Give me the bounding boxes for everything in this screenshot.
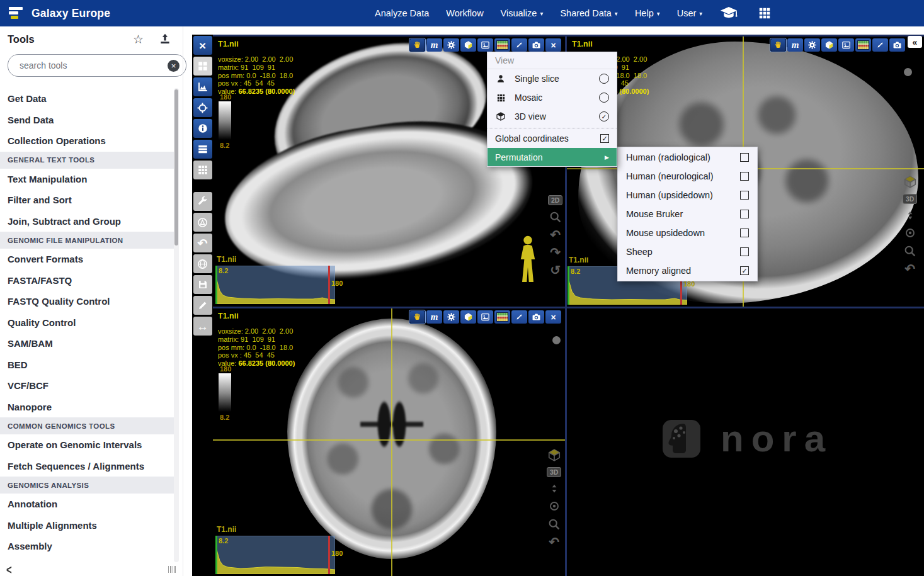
screenshot-button[interactable] bbox=[528, 38, 544, 52]
fullscreen-button[interactable] bbox=[511, 38, 527, 52]
radio-unchecked[interactable] bbox=[599, 93, 609, 103]
radio-checked[interactable]: ✓ bbox=[599, 111, 609, 121]
sidebar-item-fastq-quality-control[interactable]: FASTQ Quality Control bbox=[0, 291, 174, 312]
checkbox-unchecked[interactable] bbox=[740, 191, 749, 200]
sidebar-item-send-data[interactable]: Send Data bbox=[0, 110, 174, 131]
clear-search-icon[interactable]: × bbox=[168, 60, 180, 72]
menu-item-3d-view[interactable]: 3D view ✓ bbox=[488, 107, 617, 126]
zoom-icon[interactable] bbox=[547, 517, 561, 531]
training-cap-icon[interactable] bbox=[719, 6, 738, 20]
menu-item-global-coordinates[interactable]: Global coordinates ✓ bbox=[488, 129, 617, 148]
panel-empty[interactable]: nora bbox=[567, 308, 924, 576]
checkbox-unchecked[interactable] bbox=[740, 153, 749, 162]
collapse-panel-right-button[interactable]: « bbox=[908, 36, 922, 48]
submenu-item-sheep[interactable]: Sheep bbox=[618, 242, 757, 261]
sidebar-item-get-data[interactable]: Get Data bbox=[0, 88, 174, 110]
cube-icon[interactable] bbox=[903, 175, 917, 189]
globe-button[interactable] bbox=[193, 254, 212, 273]
screenshot-button[interactable] bbox=[889, 38, 905, 52]
favorites-star-icon[interactable]: ☆ bbox=[133, 33, 144, 45]
slice-indicator-dot[interactable] bbox=[552, 336, 561, 344]
render-3d-button[interactable] bbox=[821, 38, 837, 52]
redo-icon[interactable]: ↷ bbox=[550, 246, 561, 259]
close-panel-button[interactable]: × bbox=[545, 38, 561, 52]
sidebar-item-sam-bam[interactable]: SAM/BAM bbox=[0, 333, 174, 354]
pan-tool-button[interactable] bbox=[409, 310, 425, 324]
mosaic-grid-button[interactable] bbox=[193, 161, 212, 179]
colormap-button[interactable] bbox=[855, 38, 871, 52]
marker-tool-button[interactable] bbox=[193, 213, 212, 232]
pan-tool-button[interactable] bbox=[770, 38, 786, 52]
undo-icon[interactable]: ↶ bbox=[549, 536, 559, 548]
center-target-icon[interactable] bbox=[904, 227, 916, 239]
colorbar[interactable] bbox=[219, 373, 231, 412]
undo-button[interactable]: ↶ bbox=[193, 234, 212, 252]
checkbox-unchecked[interactable] bbox=[740, 229, 749, 237]
updown-icon[interactable] bbox=[549, 482, 560, 495]
sidebar-item-text-manipulation[interactable]: Text Manipulation bbox=[0, 169, 174, 190]
screenshot-button[interactable] bbox=[528, 310, 544, 324]
badge-2d[interactable]: 2D bbox=[548, 195, 562, 205]
submenu-item-human-upsidedown[interactable]: Human (upsidedown) bbox=[618, 186, 757, 205]
measure-tool-button[interactable]: m bbox=[426, 310, 442, 324]
galaxy-home-link[interactable]: Galaxy Europe bbox=[9, 6, 110, 20]
sidebar-item-join-subtract-group[interactable]: Join, Subtract and Group bbox=[0, 211, 174, 232]
histogram-box[interactable]: 8.2 180 bbox=[215, 266, 335, 304]
colormap-button[interactable] bbox=[494, 310, 510, 324]
nav-item-shared-data[interactable]: Shared Data▾ bbox=[560, 8, 617, 18]
sidebar-item-fasta-fastq[interactable]: FASTA/FASTQ bbox=[0, 270, 174, 291]
colorbar[interactable] bbox=[219, 101, 231, 140]
checkbox-unchecked[interactable] bbox=[740, 172, 749, 181]
slice-indicator-dot[interactable] bbox=[904, 68, 912, 76]
image-button[interactable] bbox=[477, 38, 493, 52]
histogram-min-line[interactable] bbox=[215, 266, 217, 304]
layout-grid-button[interactable] bbox=[193, 57, 212, 76]
submenu-item-mouse-bruker[interactable]: Mouse Bruker bbox=[618, 205, 757, 223]
sidebar-item-annotation[interactable]: Annotation bbox=[0, 494, 174, 515]
histogram-box[interactable]: 8.2 180 bbox=[215, 536, 335, 574]
crosshair-tool-button[interactable] bbox=[193, 98, 212, 117]
save-button[interactable] bbox=[193, 275, 212, 294]
nav-item-analyze-data[interactable]: Analyze Data bbox=[375, 8, 429, 18]
nav-item-help[interactable]: Help▾ bbox=[635, 8, 660, 18]
rotate-icon[interactable]: ↺ bbox=[550, 264, 561, 276]
histogram-tool-button[interactable] bbox=[193, 77, 212, 96]
checkbox-unchecked[interactable] bbox=[740, 247, 749, 256]
sidebar-item-convert-formats[interactable]: Convert Formats bbox=[0, 249, 174, 270]
sidebar-scrollbar[interactable] bbox=[174, 89, 178, 246]
nav-item-user[interactable]: User▾ bbox=[677, 8, 703, 18]
zoom-icon[interactable] bbox=[549, 210, 562, 223]
submenu-item-mouse-upsidedown[interactable]: Mouse upsidedown bbox=[618, 223, 757, 242]
histogram-widget[interactable]: T1.nii 8.2 180 bbox=[215, 255, 335, 304]
submenu-item-human-neurological[interactable]: Human (neurological) bbox=[618, 167, 757, 186]
settings-button[interactable] bbox=[804, 38, 820, 52]
menu-item-permutation[interactable]: Permutation ▶ bbox=[488, 148, 617, 166]
badge-3d[interactable]: 3D bbox=[903, 194, 917, 204]
sidebar-item-assembly[interactable]: Assembly bbox=[0, 536, 174, 557]
sidebar-item-collection-operations[interactable]: Collection Operations bbox=[0, 130, 174, 152]
search-input[interactable] bbox=[18, 60, 168, 71]
sidebar-item-quality-control[interactable]: Quality Control bbox=[0, 312, 174, 334]
checkbox-unchecked[interactable] bbox=[740, 210, 749, 218]
radio-unchecked[interactable] bbox=[599, 74, 609, 84]
sidebar-item-bed[interactable]: BED bbox=[0, 354, 174, 376]
nav-item-workflow[interactable]: Workflow bbox=[446, 8, 483, 18]
sidebar-item-filter-and-sort[interactable]: Filter and Sort bbox=[0, 189, 174, 211]
nav-item-visualize[interactable]: Visualize▾ bbox=[501, 8, 544, 18]
pan-tool-button[interactable] bbox=[409, 38, 425, 52]
wrench-tool-button[interactable] bbox=[193, 192, 212, 211]
updown-icon[interactable] bbox=[904, 209, 916, 222]
settings-button[interactable] bbox=[443, 38, 459, 52]
sidebar-item-multiple-alignments[interactable]: Multiple Alignments bbox=[0, 515, 174, 536]
measure-tool-button[interactable]: m bbox=[426, 38, 442, 52]
histogram-widget[interactable]: T1.nii 8.2 180 bbox=[215, 525, 335, 574]
brand-title[interactable]: Galaxy Europe bbox=[31, 7, 110, 20]
histogram-max-line[interactable] bbox=[328, 536, 330, 574]
close-panel-button[interactable]: × bbox=[545, 310, 561, 324]
cube-icon[interactable] bbox=[547, 448, 561, 462]
collapse-sidebar-chevron[interactable]: < bbox=[6, 562, 12, 576]
undo-icon[interactable]: ↶ bbox=[904, 263, 915, 275]
info-button[interactable] bbox=[193, 119, 212, 138]
sidebar-item-fetch-sequences-alignments[interactable]: Fetch Sequences / Alignments bbox=[0, 456, 174, 477]
center-target-icon[interactable] bbox=[548, 500, 561, 512]
